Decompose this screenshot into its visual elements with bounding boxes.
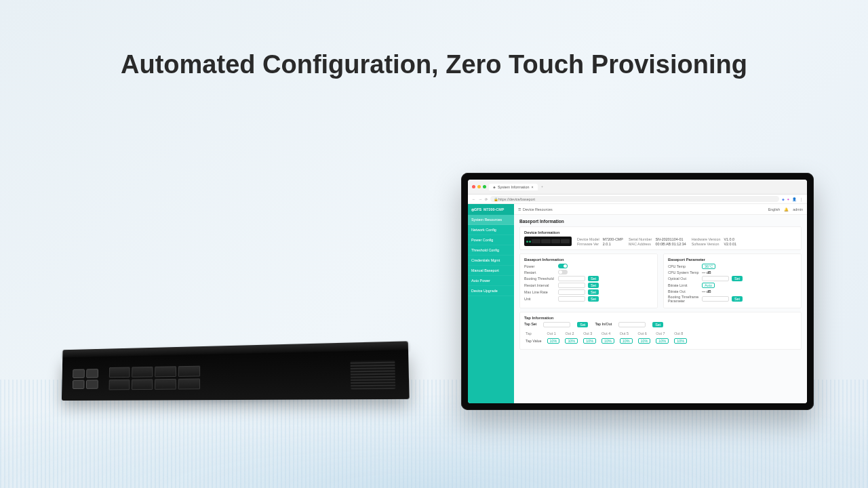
tap-value-pill: 10% (656, 338, 669, 344)
user-menu[interactable]: admin (793, 207, 803, 211)
tap-set-input[interactable] (543, 322, 570, 327)
set-button[interactable]: Set (732, 276, 743, 281)
hero-headline: Automated Configuration, Zero Touch Prov… (0, 0, 868, 82)
sidebar-item[interactable]: Auto Power (468, 276, 514, 286)
address-bar[interactable]: 🔒 https://device/baseport (490, 196, 779, 202)
text-input[interactable] (558, 296, 585, 302)
sidebar-item[interactable]: Network Config (468, 225, 514, 235)
tab-favicon-icon: ◈ (493, 185, 496, 189)
table-cell: 10% (547, 338, 564, 344)
field-label: Unit (524, 297, 555, 301)
close-icon[interactable] (472, 185, 475, 188)
form-row: UnitSet (524, 296, 653, 302)
toggle-switch[interactable] (558, 264, 568, 268)
mgmt-port-block (73, 369, 98, 389)
field-label: Restart (524, 270, 555, 274)
lang-switch[interactable]: English (768, 207, 781, 211)
form-row: Optical OutSet (668, 276, 797, 281)
sidebar-item[interactable]: Credentials Mgmt (468, 256, 514, 266)
extension-icon[interactable]: ● (787, 197, 789, 201)
hamburger-icon[interactable]: ☰ (518, 207, 521, 211)
tap-inout-label: Tap In/Out (595, 322, 612, 327)
new-tab-icon[interactable]: ＋ (540, 184, 544, 189)
sidebar-item[interactable]: Device Upgrade (468, 286, 514, 296)
sidebar-item[interactable]: Manual Baseport (468, 266, 514, 276)
tap-inout-input[interactable] (618, 322, 646, 327)
text-input[interactable] (558, 276, 585, 281)
form-row: Restart (524, 270, 653, 274)
breadcrumb-root[interactable]: Device Resources (523, 207, 553, 211)
kv-label: Firmware Ver (577, 242, 599, 246)
table-header: Out 2 (565, 331, 582, 336)
browser-toolbar: ← → ⟳ 🔒 https://device/baseport ◆ ● 👤 ⋮ (468, 195, 807, 204)
field-label: Booting Threshold (524, 277, 555, 281)
panel-heading: Baseport Parameter (668, 258, 797, 262)
nav-forward-icon[interactable]: → (478, 197, 481, 201)
set-button[interactable]: Set (732, 296, 743, 302)
table-cell: 10% (638, 338, 655, 344)
text-input[interactable] (558, 289, 585, 295)
tab-title: System Information (498, 185, 529, 189)
value-pill: 36°C (702, 264, 715, 269)
set-button[interactable]: Set (588, 289, 599, 295)
table-cell: 10% (620, 338, 637, 344)
sidebar-item[interactable]: Power Config (468, 235, 514, 245)
maximize-icon[interactable] (483, 185, 486, 188)
nav-reload-icon[interactable]: ⟳ (485, 197, 488, 201)
form-row: CPU Temp36°C (668, 264, 797, 269)
tap-value-pill: 10% (674, 338, 687, 344)
text-input[interactable] (702, 276, 729, 281)
window-traffic-lights[interactable] (472, 185, 486, 188)
field-label: CPU System Temp (668, 270, 699, 274)
text-input[interactable] (558, 283, 585, 288)
kv-value: V1.0.0 (724, 237, 737, 241)
sfp-port-cage (109, 365, 201, 390)
table-cell: 10% (656, 338, 673, 344)
table-header: Out 8 (674, 331, 691, 336)
tab-close-icon[interactable]: × (531, 185, 533, 189)
form-row: Bitrate Out— dB (668, 289, 797, 293)
tap-inout-button[interactable]: Set (652, 322, 663, 327)
toggle-switch[interactable] (558, 270, 568, 274)
baseport-param-panel: Baseport Parameter CPU Temp36°CCPU Syste… (663, 253, 802, 308)
table-cell: 10% (601, 338, 618, 344)
tap-set-button[interactable]: Set (577, 322, 588, 327)
field-label: Power (524, 264, 555, 268)
set-button[interactable]: Set (588, 276, 599, 281)
minimize-icon[interactable] (477, 185, 481, 188)
notification-bell-icon[interactable]: 🔔 (784, 207, 789, 211)
page-title: Baseport Information (519, 219, 802, 224)
field-label: Restart Interval (524, 283, 555, 287)
set-button[interactable]: Set (588, 296, 599, 302)
brand-logo[interactable]: ◎ GFS M7200-CMP (468, 204, 514, 215)
kv-label: Serial Number (629, 237, 652, 241)
kv-value: M7200-CMP (603, 237, 623, 241)
sidebar-item[interactable]: Threshold Config (468, 245, 514, 256)
readonly-value: — dB (702, 270, 711, 274)
profile-icon[interactable]: 👤 (792, 197, 797, 201)
sidebar-item[interactable]: System Resources (468, 215, 514, 225)
tap-info-panel: Tap Information Tap Set Set Tap In/Out S… (519, 312, 802, 350)
field-label: Max Line Rate (524, 290, 555, 294)
kv-value: 2.0.1 (603, 242, 623, 246)
table-cell: 10% (583, 338, 600, 344)
app-topbar: ☰ Device Resources English 🔔 admin (514, 204, 807, 215)
value-pill: Auto (702, 283, 715, 288)
kv-label: MAC Address (629, 242, 652, 246)
set-button[interactable]: Set (588, 283, 599, 288)
field-label: Bitrate Out (668, 289, 699, 293)
sidebar-nav: ◎ GFS M7200-CMP System ResourcesNetwork … (468, 204, 514, 403)
extension-icon[interactable]: ◆ (782, 197, 785, 201)
kv-value: 00:0B:AB:01:12:34 (655, 242, 686, 246)
field-label: Bitrate Limit (668, 283, 699, 287)
kv-value: SN-20201104-01 (655, 237, 686, 241)
browser-menu-icon[interactable]: ⋮ (800, 197, 803, 201)
baseport-info-panel: Baseport Information PowerRestartBooting… (519, 253, 658, 308)
table-cell: 10% (565, 338, 582, 344)
nav-back-icon[interactable]: ← (472, 197, 475, 201)
text-input[interactable] (702, 296, 729, 302)
field-label: Optical Out (668, 277, 699, 281)
browser-tab-active[interactable]: ◈ System Information × (489, 184, 538, 190)
table-header: Out 7 (656, 331, 673, 336)
table-header: Out 3 (583, 331, 600, 336)
